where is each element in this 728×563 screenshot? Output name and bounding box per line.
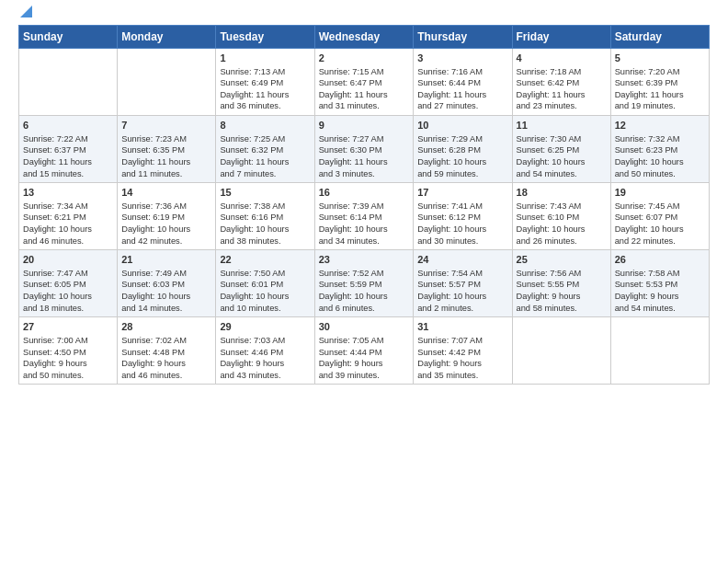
day-content: Sunrise: 7:41 AM Sunset: 6:12 PM Dayligh…	[417, 201, 507, 247]
day-content: Sunrise: 7:20 AM Sunset: 6:39 PM Dayligh…	[615, 66, 705, 112]
day-content: Sunrise: 7:30 AM Sunset: 6:25 PM Dayligh…	[517, 133, 607, 179]
calendar-cell: 16Sunrise: 7:39 AM Sunset: 6:14 PM Dayli…	[314, 183, 414, 250]
day-content: Sunrise: 7:02 AM Sunset: 4:48 PM Dayligh…	[121, 335, 211, 381]
day-content: Sunrise: 7:38 AM Sunset: 6:16 PM Dayligh…	[220, 201, 310, 247]
calendar-cell: 21Sunrise: 7:49 AM Sunset: 6:03 PM Dayli…	[118, 250, 216, 317]
day-content: Sunrise: 7:32 AM Sunset: 6:23 PM Dayligh…	[615, 133, 705, 179]
calendar-cell: 3Sunrise: 7:16 AM Sunset: 6:44 PM Daylig…	[414, 49, 512, 116]
calendar-cell	[19, 49, 118, 116]
calendar-cell: 18Sunrise: 7:43 AM Sunset: 6:10 PM Dayli…	[512, 183, 610, 250]
calendar-cell	[512, 317, 610, 385]
day-content: Sunrise: 7:05 AM Sunset: 4:44 PM Dayligh…	[319, 335, 410, 381]
day-number: 8	[220, 119, 310, 132]
day-content: Sunrise: 7:16 AM Sunset: 6:44 PM Dayligh…	[417, 66, 507, 112]
day-content: Sunrise: 7:03 AM Sunset: 4:46 PM Dayligh…	[220, 335, 310, 381]
day-content: Sunrise: 7:49 AM Sunset: 6:03 PM Dayligh…	[121, 268, 211, 314]
day-number: 7	[121, 119, 211, 132]
calendar-cell	[118, 49, 216, 116]
calendar-cell: 12Sunrise: 7:32 AM Sunset: 6:23 PM Dayli…	[610, 116, 709, 183]
day-number: 29	[220, 320, 310, 334]
day-content: Sunrise: 7:23 AM Sunset: 6:35 PM Dayligh…	[121, 133, 211, 179]
calendar-cell: 9Sunrise: 7:27 AM Sunset: 6:30 PM Daylig…	[314, 116, 414, 183]
calendar-cell: 11Sunrise: 7:30 AM Sunset: 6:25 PM Dayli…	[512, 116, 610, 183]
day-number: 25	[517, 253, 607, 267]
day-header-saturday: Saturday	[610, 26, 709, 49]
day-header-tuesday: Tuesday	[216, 26, 314, 49]
day-header-thursday: Thursday	[414, 26, 512, 49]
calendar-cell: 30Sunrise: 7:05 AM Sunset: 4:44 PM Dayli…	[314, 317, 414, 385]
calendar-cell: 4Sunrise: 7:18 AM Sunset: 6:42 PM Daylig…	[512, 49, 610, 116]
day-number: 6	[23, 119, 113, 132]
day-number: 2	[319, 52, 410, 65]
calendar-cell: 29Sunrise: 7:03 AM Sunset: 4:46 PM Dayli…	[216, 317, 314, 385]
day-number: 26	[615, 253, 705, 267]
day-content: Sunrise: 7:18 AM Sunset: 6:42 PM Dayligh…	[517, 66, 607, 112]
day-number: 11	[517, 119, 607, 132]
day-number: 16	[319, 186, 410, 200]
day-number: 18	[517, 186, 607, 200]
day-header-friday: Friday	[512, 26, 610, 49]
day-number: 24	[417, 253, 507, 267]
logo-arrow-icon	[20, 6, 32, 17]
calendar-cell: 23Sunrise: 7:52 AM Sunset: 5:59 PM Dayli…	[314, 250, 414, 317]
calendar-cell: 5Sunrise: 7:20 AM Sunset: 6:39 PM Daylig…	[610, 49, 709, 116]
day-content: Sunrise: 7:56 AM Sunset: 5:55 PM Dayligh…	[517, 268, 607, 314]
day-content: Sunrise: 7:39 AM Sunset: 6:14 PM Dayligh…	[319, 201, 410, 247]
day-number: 13	[23, 186, 113, 200]
day-number: 31	[417, 320, 507, 334]
day-number: 22	[220, 253, 310, 267]
day-number: 5	[615, 52, 705, 65]
day-header-wednesday: Wednesday	[314, 26, 414, 49]
day-content: Sunrise: 7:54 AM Sunset: 5:57 PM Dayligh…	[417, 268, 507, 314]
day-number: 15	[220, 186, 310, 200]
day-content: Sunrise: 7:15 AM Sunset: 6:47 PM Dayligh…	[319, 66, 410, 112]
day-content: Sunrise: 7:47 AM Sunset: 6:05 PM Dayligh…	[23, 268, 113, 314]
day-content: Sunrise: 7:29 AM Sunset: 6:28 PM Dayligh…	[417, 133, 507, 179]
calendar-cell: 7Sunrise: 7:23 AM Sunset: 6:35 PM Daylig…	[118, 116, 216, 183]
calendar-week-5: 27Sunrise: 7:00 AM Sunset: 4:50 PM Dayli…	[19, 317, 710, 385]
day-content: Sunrise: 7:07 AM Sunset: 4:42 PM Dayligh…	[417, 335, 507, 381]
day-number: 27	[23, 320, 113, 334]
calendar-cell: 13Sunrise: 7:34 AM Sunset: 6:21 PM Dayli…	[19, 183, 118, 250]
day-number: 30	[319, 320, 410, 334]
calendar-week-2: 6Sunrise: 7:22 AM Sunset: 6:37 PM Daylig…	[19, 116, 710, 183]
day-content: Sunrise: 7:36 AM Sunset: 6:19 PM Dayligh…	[121, 201, 211, 247]
day-header-sunday: Sunday	[19, 26, 118, 49]
calendar-cell: 19Sunrise: 7:45 AM Sunset: 6:07 PM Dayli…	[610, 183, 709, 250]
calendar-cell: 27Sunrise: 7:00 AM Sunset: 4:50 PM Dayli…	[19, 317, 118, 385]
calendar-cell: 31Sunrise: 7:07 AM Sunset: 4:42 PM Dayli…	[414, 317, 512, 385]
day-content: Sunrise: 7:58 AM Sunset: 5:53 PM Dayligh…	[615, 268, 705, 314]
day-number: 17	[417, 186, 507, 200]
calendar: SundayMondayTuesdayWednesdayThursdayFrid…	[18, 25, 710, 385]
day-number: 1	[220, 52, 310, 65]
day-content: Sunrise: 7:22 AM Sunset: 6:37 PM Dayligh…	[23, 133, 113, 179]
calendar-week-3: 13Sunrise: 7:34 AM Sunset: 6:21 PM Dayli…	[19, 183, 710, 250]
day-content: Sunrise: 7:43 AM Sunset: 6:10 PM Dayligh…	[517, 201, 607, 247]
calendar-cell: 17Sunrise: 7:41 AM Sunset: 6:12 PM Dayli…	[414, 183, 512, 250]
logo	[18, 15, 32, 17]
day-content: Sunrise: 7:34 AM Sunset: 6:21 PM Dayligh…	[23, 201, 113, 247]
day-content: Sunrise: 7:25 AM Sunset: 6:32 PM Dayligh…	[220, 133, 310, 179]
day-header-monday: Monday	[118, 26, 216, 49]
calendar-cell: 6Sunrise: 7:22 AM Sunset: 6:37 PM Daylig…	[19, 116, 118, 183]
day-number: 19	[615, 186, 705, 200]
calendar-cell	[610, 317, 709, 385]
header	[18, 15, 710, 17]
calendar-cell: 28Sunrise: 7:02 AM Sunset: 4:48 PM Dayli…	[118, 317, 216, 385]
calendar-cell: 25Sunrise: 7:56 AM Sunset: 5:55 PM Dayli…	[512, 250, 610, 317]
day-content: Sunrise: 7:45 AM Sunset: 6:07 PM Dayligh…	[615, 201, 705, 247]
day-number: 3	[417, 52, 507, 65]
day-content: Sunrise: 7:00 AM Sunset: 4:50 PM Dayligh…	[23, 335, 113, 381]
day-number: 14	[121, 186, 211, 200]
calendar-cell: 2Sunrise: 7:15 AM Sunset: 6:47 PM Daylig…	[314, 49, 414, 116]
day-number: 10	[417, 119, 507, 132]
calendar-cell: 10Sunrise: 7:29 AM Sunset: 6:28 PM Dayli…	[414, 116, 512, 183]
day-number: 23	[319, 253, 410, 267]
calendar-cell: 15Sunrise: 7:38 AM Sunset: 6:16 PM Dayli…	[216, 183, 314, 250]
day-content: Sunrise: 7:27 AM Sunset: 6:30 PM Dayligh…	[319, 133, 410, 179]
calendar-week-4: 20Sunrise: 7:47 AM Sunset: 6:05 PM Dayli…	[19, 250, 710, 317]
calendar-cell: 8Sunrise: 7:25 AM Sunset: 6:32 PM Daylig…	[216, 116, 314, 183]
calendar-cell: 20Sunrise: 7:47 AM Sunset: 6:05 PM Dayli…	[19, 250, 118, 317]
day-number: 20	[23, 253, 113, 267]
calendar-header-row: SundayMondayTuesdayWednesdayThursdayFrid…	[19, 26, 710, 49]
